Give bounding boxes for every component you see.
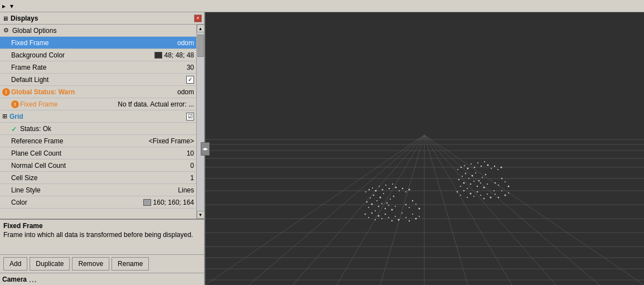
svg-point-126	[498, 185, 499, 186]
svg-point-68	[402, 188, 403, 189]
svg-point-62	[382, 189, 383, 190]
fixed-frame-warn-label: Fixed Frame	[20, 100, 118, 108]
duplicate-button[interactable]: Duplicate	[30, 257, 70, 270]
add-button[interactable]: Add	[3, 257, 27, 270]
global-options-label: Global Options	[12, 27, 194, 35]
global-options-row[interactable]: ⚙ Global Options	[0, 25, 196, 37]
svg-point-69	[405, 191, 406, 192]
svg-point-37	[371, 204, 373, 205]
normal-cell-count-value: 0	[190, 162, 194, 170]
svg-point-80	[419, 216, 420, 217]
svg-point-115	[471, 163, 472, 165]
svg-point-33	[386, 202, 388, 204]
scroll-thumb[interactable]	[197, 35, 204, 57]
svg-point-31	[380, 197, 381, 199]
svg-point-38	[375, 210, 376, 211]
line-style-label: Line Style	[11, 186, 178, 194]
camera-dots: ...	[29, 275, 37, 284]
default-light-row[interactable]: Default Light ✓	[0, 74, 196, 86]
fixed-frame-row[interactable]: Fixed Frame odom	[0, 37, 196, 49]
svg-point-83	[465, 173, 466, 174]
svg-point-112	[461, 167, 462, 168]
grid-checkbox[interactable]: ☑	[186, 113, 194, 120]
default-light-label: Default Light	[11, 76, 186, 84]
plane-cell-count-label: Plane Cell Count	[11, 149, 187, 157]
scroll-down-button[interactable]: ▼	[197, 211, 205, 219]
svg-point-132	[501, 190, 502, 191]
camera-row[interactable]: Camera ...	[0, 273, 204, 285]
svg-point-84	[468, 178, 469, 179]
svg-point-85	[472, 175, 473, 177]
svg-point-91	[463, 182, 465, 184]
svg-point-97	[483, 187, 485, 189]
svg-point-110	[493, 190, 495, 191]
warn-icon-2: !	[11, 100, 19, 108]
warn-icon: !	[2, 88, 10, 96]
displays-header: 🖥 Displays ×	[0, 12, 204, 25]
svg-point-63	[385, 185, 386, 186]
line-style-row[interactable]: Line Style Lines	[0, 184, 196, 196]
svg-point-127	[501, 178, 502, 179]
svg-point-124	[501, 167, 502, 168]
svg-point-36	[368, 207, 369, 208]
svg-point-76	[405, 217, 406, 218]
svg-point-90	[460, 186, 461, 187]
rename-button[interactable]: Rename	[112, 257, 149, 270]
left-panel: 🖥 Displays × ⚙ Global Options Fixed Fram…	[0, 12, 205, 285]
svg-point-92	[467, 188, 468, 189]
divider-icon: ◂▸	[202, 146, 208, 152]
arrow-down-icon: ▾	[10, 2, 13, 10]
grid-row[interactable]: ⊞ Grid ☑	[0, 110, 196, 123]
reference-frame-value: <Fixed Frame>	[149, 137, 194, 145]
grid-label: Grid	[9, 113, 186, 120]
remove-button[interactable]: Remove	[72, 257, 109, 270]
svg-point-81	[458, 179, 459, 180]
top-bar-icons: ▸ ▾	[2, 2, 13, 10]
svg-point-40	[381, 203, 382, 204]
cell-size-row[interactable]: Cell Size 1	[0, 172, 196, 184]
viewport[interactable]	[205, 12, 644, 285]
svg-point-101	[463, 190, 464, 191]
fixed-frame-warn-row[interactable]: ! Fixed Frame No tf data. Actual error: …	[0, 98, 196, 110]
svg-point-134	[508, 192, 509, 194]
svg-point-43	[391, 209, 393, 211]
svg-point-87	[478, 180, 480, 181]
svg-point-98	[487, 183, 488, 185]
tooltip-title: Fixed Frame	[3, 222, 201, 230]
scrollbar[interactable]: ▲ ▼	[196, 25, 204, 219]
svg-point-67	[399, 190, 400, 191]
svg-point-70	[409, 189, 410, 191]
close-button[interactable]: ×	[194, 15, 202, 22]
reference-frame-row[interactable]: Reference Frame <Fixed Frame>	[0, 135, 196, 147]
plane-cell-count-row[interactable]: Plane Cell Count 10	[0, 147, 196, 160]
svg-point-60	[375, 190, 377, 192]
scroll-up-button[interactable]: ▲	[197, 25, 205, 32]
tree-section: ⚙ Global Options Fixed Frame odom Backgr…	[0, 25, 204, 219]
global-status-row[interactable]: ! Global Status: Warn odom	[0, 86, 196, 98]
reference-frame-label: Reference Frame	[11, 137, 149, 145]
divider-handle[interactable]: ◂▸	[201, 142, 210, 156]
svg-point-88	[482, 177, 483, 178]
displays-icon: 🖥	[2, 15, 8, 22]
svg-point-32	[383, 193, 384, 194]
svg-point-47	[371, 212, 372, 214]
svg-point-41	[385, 208, 386, 209]
fixed-frame-label: Fixed Frame	[11, 39, 177, 47]
frame-rate-row[interactable]: Frame Rate 30	[0, 61, 196, 74]
svg-point-54	[395, 216, 396, 217]
normal-cell-count-row[interactable]: Normal Cell Count 0	[0, 160, 196, 172]
top-bar: ▸ ▾	[0, 0, 644, 12]
svg-point-74	[415, 204, 417, 205]
svg-point-58	[369, 189, 370, 190]
svg-point-59	[372, 187, 373, 189]
default-light-checkbox[interactable]: ✓	[186, 76, 194, 84]
status-ok-label: Status: Ok	[20, 125, 194, 133]
svg-point-114	[467, 168, 469, 170]
status-ok-row[interactable]: ✓ Status: Ok	[0, 123, 196, 135]
svg-point-29	[373, 195, 374, 196]
background-color-row[interactable]: Background Color 48; 48; 48	[0, 49, 196, 61]
svg-point-51	[385, 214, 386, 215]
svg-point-27	[366, 201, 367, 202]
color-row[interactable]: Color 160; 160; 164	[0, 196, 196, 209]
bottom-buttons: Add Duplicate Remove Rename	[0, 254, 204, 273]
